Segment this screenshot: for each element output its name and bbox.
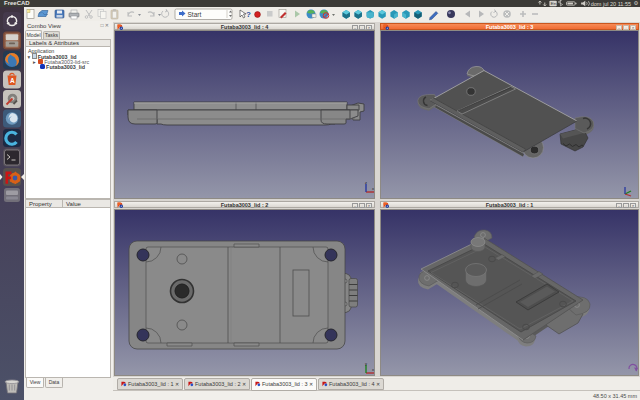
svg-text:En: En — [550, 2, 557, 6]
svg-text:y: y — [365, 361, 367, 366]
svg-text:A: A — [10, 77, 15, 84]
svg-text:Start: Start — [188, 11, 202, 18]
svg-text:z: z — [365, 180, 367, 185]
svg-text:?: ? — [246, 10, 251, 19]
svg-text:x: x — [372, 367, 374, 372]
svg-text:x: x — [372, 186, 374, 191]
